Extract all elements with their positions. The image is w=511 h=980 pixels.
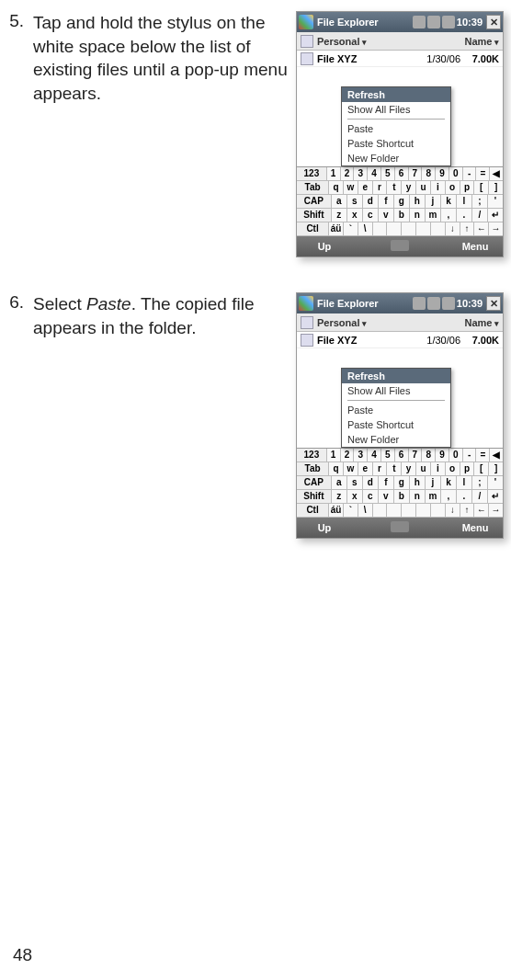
key[interactable]: Ctl <box>297 504 329 517</box>
key[interactable]: = <box>476 167 490 180</box>
sip-toggle[interactable] <box>352 240 448 253</box>
key[interactable]: / <box>472 209 488 222</box>
key[interactable]: 8 <box>422 167 436 180</box>
up-button[interactable]: Up <box>297 522 352 533</box>
key[interactable]: k <box>441 195 457 208</box>
key[interactable]: y <box>402 462 416 475</box>
key[interactable]: j <box>426 476 441 489</box>
key[interactable]: b <box>394 490 410 503</box>
whitespace-area[interactable]: Refresh Show All Files Paste Paste Short… <box>297 67 503 166</box>
key[interactable]: u <box>416 181 431 194</box>
whitespace-area[interactable]: Refresh Show All Files Paste Paste Short… <box>297 348 503 448</box>
signal-icon[interactable] <box>413 297 426 310</box>
menu-paste[interactable]: Paste <box>342 121 450 136</box>
key[interactable]: CAP <box>297 195 332 208</box>
key[interactable]: ; <box>472 195 488 208</box>
key[interactable]: áü <box>329 222 344 235</box>
key[interactable]: 1 <box>327 449 341 462</box>
key[interactable]: Tab <box>297 181 329 194</box>
sip-toggle[interactable] <box>352 521 448 534</box>
key[interactable] <box>416 504 431 517</box>
key[interactable]: y <box>402 181 416 194</box>
key[interactable]: , <box>441 209 457 222</box>
key[interactable]: s <box>347 476 363 489</box>
key[interactable]: ' <box>488 476 503 489</box>
key[interactable] <box>373 222 388 235</box>
sort-dropdown[interactable]: Name <box>465 317 499 328</box>
key[interactable]: \ <box>358 504 373 517</box>
menu-paste-shortcut[interactable]: Paste Shortcut <box>342 136 450 151</box>
key[interactable]: z <box>332 490 347 503</box>
key[interactable]: v <box>379 490 394 503</box>
key[interactable]: f <box>379 195 394 208</box>
key[interactable]: m <box>426 490 441 503</box>
volume-icon[interactable] <box>442 297 455 310</box>
key[interactable]: Shift <box>297 490 332 503</box>
key[interactable]: ` <box>344 222 358 235</box>
key[interactable]: e <box>358 462 373 475</box>
folder-dropdown[interactable]: Personal <box>317 36 367 47</box>
key[interactable]: x <box>347 209 363 222</box>
key[interactable]: 123 <box>297 167 327 180</box>
key[interactable] <box>373 504 388 517</box>
key[interactable]: . <box>457 490 472 503</box>
key[interactable]: l <box>457 476 472 489</box>
key[interactable]: a <box>332 476 347 489</box>
key[interactable]: w <box>344 181 358 194</box>
key[interactable]: e <box>358 181 373 194</box>
key[interactable]: 4 <box>368 167 381 180</box>
key[interactable]: q <box>329 462 344 475</box>
menu-refresh[interactable]: Refresh <box>342 87 450 102</box>
key[interactable]: b <box>394 209 410 222</box>
key[interactable]: o <box>446 462 460 475</box>
key[interactable]: 5 <box>381 449 395 462</box>
sync-icon[interactable] <box>427 16 440 28</box>
key[interactable]: c <box>363 209 379 222</box>
key[interactable]: áü <box>329 504 344 517</box>
key[interactable]: Shift <box>297 209 332 222</box>
key[interactable]: n <box>410 490 426 503</box>
key[interactable]: 1 <box>327 167 341 180</box>
key[interactable]: 7 <box>409 167 423 180</box>
key[interactable]: d <box>363 195 379 208</box>
key[interactable]: → <box>489 504 503 517</box>
key[interactable]: h <box>410 476 426 489</box>
key[interactable] <box>431 504 446 517</box>
menu-show-all[interactable]: Show All Files <box>342 383 450 398</box>
key[interactable]: 9 <box>436 167 449 180</box>
key[interactable]: ↵ <box>488 490 503 503</box>
start-icon[interactable] <box>299 296 313 311</box>
key[interactable]: = <box>476 449 490 462</box>
key[interactable] <box>387 222 402 235</box>
key[interactable]: CAP <box>297 476 332 489</box>
key[interactable]: x <box>347 490 363 503</box>
key[interactable]: 8 <box>422 449 436 462</box>
key[interactable]: ' <box>488 195 503 208</box>
volume-icon[interactable] <box>442 16 455 28</box>
key[interactable]: ` <box>344 504 358 517</box>
key[interactable]: d <box>363 476 379 489</box>
menu-paste-shortcut[interactable]: Paste Shortcut <box>342 417 450 432</box>
key[interactable]: 2 <box>341 449 355 462</box>
key[interactable]: 0 <box>449 449 463 462</box>
file-row[interactable]: File XYZ 1/30/06 7.00K <box>297 51 503 67</box>
key[interactable]: 6 <box>395 449 409 462</box>
key[interactable]: g <box>394 195 410 208</box>
key[interactable] <box>416 222 431 235</box>
key[interactable]: Ctl <box>297 222 329 235</box>
key[interactable]: h <box>410 195 426 208</box>
key[interactable]: , <box>441 490 457 503</box>
key[interactable]: i <box>431 462 446 475</box>
key[interactable]: ↵ <box>488 209 503 222</box>
key[interactable]: l <box>457 195 472 208</box>
key[interactable]: z <box>332 209 347 222</box>
file-row[interactable]: File XYZ 1/30/06 7.00K <box>297 332 503 348</box>
close-button[interactable]: ✕ <box>486 15 501 29</box>
up-button[interactable]: Up <box>297 241 352 252</box>
key[interactable]: u <box>416 462 431 475</box>
key[interactable]: ; <box>472 476 488 489</box>
key[interactable]: - <box>463 449 477 462</box>
key[interactable]: ◀ <box>490 167 503 180</box>
key[interactable]: o <box>446 181 460 194</box>
folder-dropdown[interactable]: Personal <box>317 317 367 328</box>
